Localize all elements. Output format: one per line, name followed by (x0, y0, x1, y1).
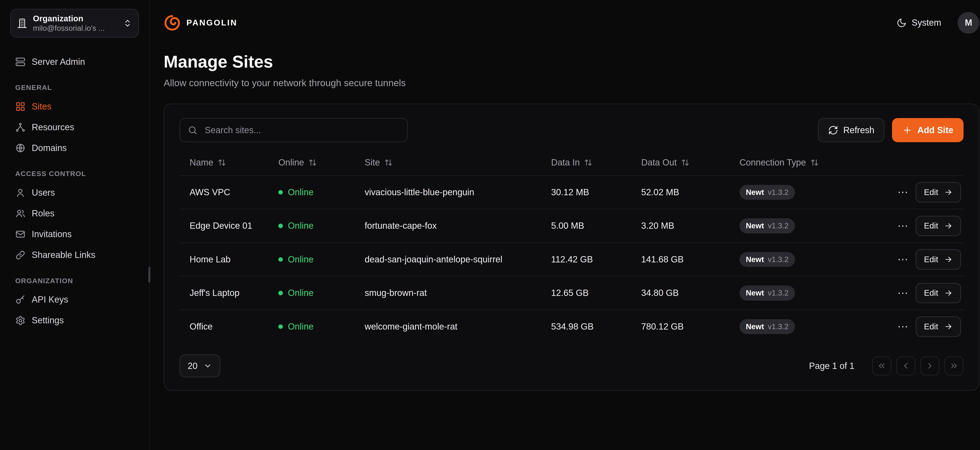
topbar: PANGOLIN System M (164, 0, 979, 46)
table-row[interactable]: AWS VPC Online vivacious-little-blue-pen… (180, 175, 964, 209)
sidebar-item-users[interactable]: Users (10, 182, 139, 203)
column-header-site[interactable]: Site (364, 157, 551, 168)
row-menu-button[interactable]: ⋯ (896, 319, 910, 335)
refresh-label: Refresh (843, 125, 874, 135)
sidebar-nav: Server Admin GENERAL Sites Resources Dom… (10, 52, 139, 331)
org-picker[interactable]: Organization milo@fossorial.io's ... (10, 9, 139, 38)
search-input[interactable] (204, 125, 399, 136)
previous-page-button[interactable] (896, 357, 915, 376)
edit-button[interactable]: Edit (916, 249, 961, 269)
pangolin-logo-icon (164, 14, 181, 31)
connection-type-badge: Newtv1.3.2 (740, 185, 795, 200)
sidebar-item-invitations[interactable]: Invitations (10, 224, 139, 245)
theme-label: System (912, 17, 941, 28)
sidebar-item-sites[interactable]: Sites (10, 96, 139, 117)
org-picker-label: Organization (33, 14, 118, 23)
online-dot (278, 223, 283, 228)
column-header-data-in[interactable]: Data In (551, 157, 641, 168)
edit-label: Edit (924, 288, 938, 298)
column-header-online[interactable]: Online (278, 157, 364, 168)
row-menu-button[interactable]: ⋯ (896, 285, 910, 301)
refresh-button[interactable]: Refresh (818, 118, 885, 142)
online-status: Online (278, 322, 364, 332)
online-status: Online (278, 187, 364, 197)
mail-icon (15, 229, 25, 239)
sidebar-item-settings[interactable]: Settings (10, 310, 139, 331)
column-header-name[interactable]: Name (189, 157, 278, 168)
column-header-data-out[interactable]: Data Out (641, 157, 740, 168)
globe-icon (15, 143, 25, 153)
last-page-button[interactable] (945, 357, 964, 376)
sites-toolbar: Refresh Add Site (180, 118, 964, 142)
avatar[interactable]: M (958, 12, 979, 33)
data-in: 112.42 GB (551, 254, 641, 265)
next-page-button[interactable] (920, 357, 939, 376)
waypoints-icon (15, 122, 25, 132)
table-row[interactable]: Jeff's Laptop Online smug-brown-rat 12.6… (180, 276, 964, 310)
online-dot (278, 257, 283, 262)
edit-button[interactable]: Edit (916, 216, 961, 236)
row-menu-button[interactable]: ⋯ (896, 252, 910, 268)
section-label-access-control: ACCESS CONTROL (15, 170, 134, 178)
sort-icon (810, 158, 819, 166)
site-name: Jeff's Laptop (189, 288, 278, 298)
sidebar-item-server-admin[interactable]: Server Admin (10, 52, 139, 72)
table-row[interactable]: Edge Device 01 Online fortunate-cape-fox… (180, 209, 964, 242)
online-dot (278, 325, 283, 329)
table-footer: 20 Page 1 of 1 (180, 355, 964, 377)
data-out: 3.20 MB (641, 221, 740, 231)
page-size-select[interactable]: 20 (180, 355, 220, 377)
sidebar-item-roles[interactable]: Roles (10, 203, 139, 224)
edit-button[interactable]: Edit (916, 182, 961, 203)
site-name: Office (189, 322, 278, 332)
add-site-label: Add Site (917, 125, 953, 135)
column-header-connection-type[interactable]: Connection Type (740, 157, 880, 168)
sidebar-item-api-keys[interactable]: API Keys (10, 289, 139, 310)
building-icon (17, 18, 27, 29)
row-menu-button[interactable]: ⋯ (896, 184, 910, 200)
row-menu-button[interactable]: ⋯ (896, 218, 910, 234)
key-icon (15, 295, 25, 305)
theme-toggle[interactable]: System (892, 17, 945, 29)
row-actions: ⋯ Edit (880, 317, 964, 337)
arrow-right-icon (944, 188, 953, 196)
table-body: AWS VPC Online vivacious-little-blue-pen… (180, 175, 964, 343)
edit-button[interactable]: Edit (916, 317, 961, 337)
online-dot (278, 291, 283, 295)
page-info: Page 1 of 1 (809, 361, 854, 371)
connection-type-badge: Newtv1.3.2 (740, 218, 795, 233)
chevrons-up-down-icon (123, 19, 132, 28)
sidebar-resize-handle[interactable] (148, 267, 150, 282)
edit-label: Edit (924, 221, 938, 230)
sidebar: Organization milo@fossorial.io's ... Ser… (0, 0, 150, 450)
column-label: Data In (551, 157, 580, 168)
add-site-button[interactable]: Add Site (892, 118, 963, 142)
pager: Page 1 of 1 (809, 357, 963, 376)
page-size-value: 20 (188, 361, 197, 371)
sites-card: Refresh Add Site Name Online (164, 104, 979, 391)
table-header-row: Name Online Site Data In (180, 151, 964, 175)
row-actions: ⋯ Edit (880, 216, 964, 236)
sort-icon (681, 158, 689, 166)
edit-button[interactable]: Edit (916, 283, 961, 303)
user-icon (15, 188, 25, 198)
sidebar-item-label: Roles (32, 208, 54, 219)
sidebar-item-resources[interactable]: Resources (10, 117, 139, 138)
sidebar-item-label: Shareable Links (32, 250, 95, 260)
connection-type-cell: Newtv1.3.2 (740, 252, 880, 267)
table-row[interactable]: Home Lab Online dead-san-joaquin-antelop… (180, 242, 964, 276)
sidebar-item-domains[interactable]: Domains (10, 138, 139, 158)
refresh-icon (828, 125, 838, 135)
column-label: Name (189, 157, 213, 168)
pager-buttons (872, 357, 964, 376)
link-icon (15, 250, 25, 260)
online-label: Online (288, 221, 313, 231)
sidebar-item-shareable-links[interactable]: Shareable Links (10, 245, 139, 265)
site-slug: fortunate-cape-fox (364, 221, 551, 231)
sort-icon (218, 158, 226, 166)
connection-type-cell: Newtv1.3.2 (740, 185, 880, 200)
first-page-button[interactable] (872, 357, 891, 376)
sidebar-item-label: Resources (32, 122, 74, 133)
table-row[interactable]: Office Online welcome-giant-mole-rat 534… (180, 310, 964, 343)
row-actions: ⋯ Edit (880, 283, 964, 303)
